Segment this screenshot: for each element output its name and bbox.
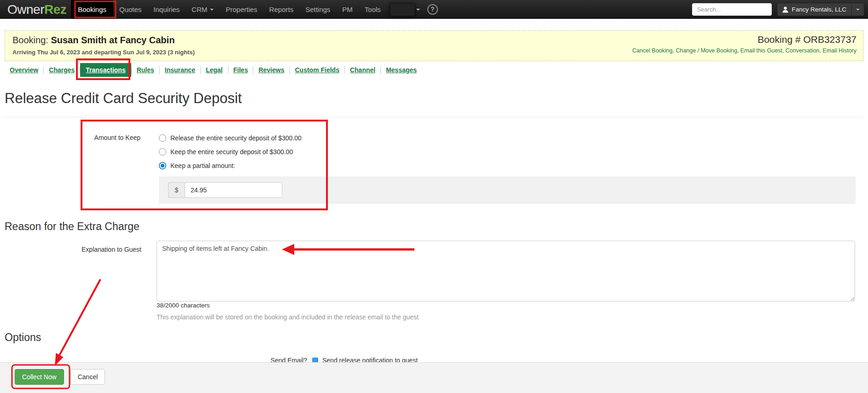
booking-tabs: Overview Charges Transactions Rules Insu… (5, 63, 422, 77)
account-menu: Fancy Rentals, LLC (777, 3, 864, 16)
radio-keep-partial-label: Keep a partial amount: (170, 162, 235, 169)
partial-amount-panel: $ (159, 176, 856, 204)
tab-legal[interactable]: Legal (201, 66, 228, 74)
chevron-down-icon (210, 9, 214, 11)
chevron-down-icon[interactable] (416, 9, 420, 11)
cancel-booking-link[interactable]: Cancel Booking (632, 47, 676, 54)
explanation-label: Explanation to Guest (0, 246, 141, 253)
heading-divider (5, 117, 863, 117)
logo-rez: Rez (44, 2, 66, 17)
booking-title-prefix: Booking: (12, 35, 48, 45)
booking-title: Booking: Susan Smith at Fancy Cabin (12, 35, 195, 46)
tab-transactions[interactable]: Transactions (80, 63, 131, 77)
top-nav: OwnerRez Bookings Quotes Inquiries CRM P… (0, 0, 868, 19)
tab-rules[interactable]: Rules (132, 66, 159, 74)
nav-item-inquiries[interactable]: Inquiries (147, 0, 186, 19)
booking-number: Booking # ORB323737 (632, 34, 856, 45)
help-icon[interactable]: ? (427, 4, 438, 15)
radio-icon[interactable] (159, 134, 166, 142)
collect-now-button[interactable]: Collect Now (15, 369, 64, 385)
booking-banner: Booking: Susan Smith at Fancy Cabin Arri… (5, 30, 863, 61)
tab-messages[interactable]: Messages (381, 66, 422, 74)
tab-charges[interactable]: Charges (44, 66, 80, 74)
radio-release-entire-label: Release the entire security deposit of $… (170, 134, 302, 142)
amount-to-keep-label: Amount to Keep (0, 134, 140, 141)
chevron-down-icon (856, 9, 860, 11)
booking-title-name: Susan Smith at Fancy Cabin (51, 35, 175, 45)
tab-overview[interactable]: Overview (5, 66, 43, 74)
amount-input-group: $ (168, 182, 282, 198)
tab-custom-fields[interactable]: Custom Fields (290, 66, 344, 74)
nav-item-properties[interactable]: Properties (220, 0, 263, 19)
search-input[interactable] (692, 3, 772, 16)
explanation-textarea[interactable] (157, 241, 855, 301)
nav-item-crm-label: CRM (192, 0, 207, 19)
explanation-help-text: This explanation will be stored on the b… (157, 313, 419, 321)
options-heading: Options (5, 331, 41, 344)
banner-right: Booking # ORB323737 Cancel Booking Chang… (632, 31, 863, 61)
tab-files[interactable]: Files (228, 66, 253, 74)
redacted-menu-item[interactable] (390, 4, 414, 16)
nav-item-tools[interactable]: Tools (359, 0, 387, 19)
reason-heading: Reason for the Extra Charge (5, 220, 140, 233)
account-caret-button[interactable] (851, 3, 864, 16)
account-label: Fancy Rentals, LLC (792, 6, 846, 13)
nav-item-pm[interactable]: PM (336, 0, 359, 19)
conversation-link[interactable]: Conversation (786, 47, 823, 54)
annotation-arrow-collect-now (55, 279, 100, 366)
radio-release-entire[interactable]: Release the entire security deposit of $… (159, 133, 302, 143)
radio-icon[interactable] (159, 148, 166, 156)
radio-selected-icon[interactable] (159, 162, 166, 169)
booking-action-links: Cancel Booking Change / Move Booking Ema… (632, 47, 856, 54)
logo-owner: Owner (7, 2, 44, 17)
nav-item-reports[interactable]: Reports (263, 0, 300, 19)
change-move-booking-link[interactable]: Change / Move Booking (676, 47, 740, 54)
nav-item-crm[interactable]: CRM (186, 0, 220, 19)
radio-keep-partial[interactable]: Keep a partial amount: (159, 161, 235, 170)
currency-addon: $ (168, 182, 185, 198)
nav-item-bookings[interactable]: Bookings (71, 0, 113, 19)
nav-item-settings[interactable]: Settings (299, 0, 336, 19)
tab-insurance[interactable]: Insurance (160, 66, 200, 74)
ownerrez-logo[interactable]: OwnerRez (7, 2, 66, 17)
radio-keep-entire-label: Keep the entire security deposit of $300… (170, 148, 293, 156)
tab-reviews[interactable]: Reviews (253, 66, 289, 74)
banner-left: Booking: Susan Smith at Fancy Cabin Arri… (5, 31, 195, 61)
char-count: 38/2000 characters (157, 302, 210, 309)
email-history-link[interactable]: Email History (822, 47, 856, 54)
email-this-guest-link[interactable]: Email this Guest (740, 47, 786, 54)
booking-dates: Arriving Thu Jul 6, 2023 and departing S… (12, 49, 195, 56)
nav-item-quotes[interactable]: Quotes (113, 0, 147, 19)
account-button[interactable]: Fancy Rentals, LLC (777, 3, 851, 16)
form-footer: Collect Now Cancel (0, 362, 868, 393)
user-icon (782, 6, 788, 13)
partial-amount-input[interactable] (185, 182, 282, 198)
cancel-button[interactable]: Cancel (70, 369, 105, 385)
page-title: Release Credit Card Security Deposit (5, 90, 242, 107)
tab-channel[interactable]: Channel (345, 66, 380, 74)
radio-keep-entire[interactable]: Keep the entire security deposit of $300… (159, 147, 293, 156)
